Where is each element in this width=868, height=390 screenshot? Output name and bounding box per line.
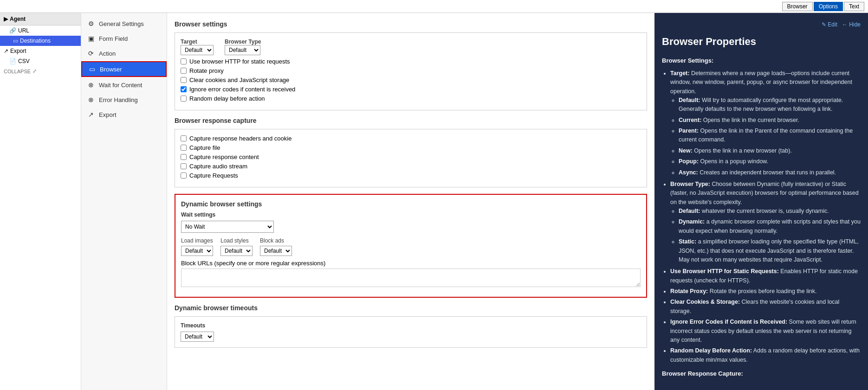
destinations-icon: ▭ (13, 38, 18, 44)
load-images-label: Load images (181, 237, 213, 244)
sidebar: ▶ Agent 🔗 URL ▭ Destinations ↗ Export 📄 … (0, 13, 81, 390)
url-icon: 🔗 (9, 27, 16, 34)
checkbox-row-random-delay: Random delay before action (181, 95, 641, 102)
collapse-label: COLLAPSE (4, 69, 31, 74)
checkbox-row-ignore-errors: Ignore error codes if content is receive… (181, 86, 641, 93)
nav-icon-export: ↗ (87, 111, 95, 118)
collapse-bar[interactable]: COLLAPSE ⤢ (0, 66, 81, 76)
help-sub-item: Parent: Opens the link in the Parent of … (679, 127, 861, 145)
nav-icon-form-field: ▣ (87, 35, 95, 42)
block-urls-label: Block URLs (specify one or more regular … (181, 260, 641, 267)
text-tab-button[interactable]: Text (844, 2, 864, 11)
target-label: Target (181, 38, 214, 45)
nav-label-error-handling: Error Handling (99, 96, 138, 103)
nav-label-wait-for-content: Wait for Content (99, 82, 142, 89)
export-label: Export (10, 48, 26, 54)
help-panel: ✎ Edit ← Hide Browser Properties Browser… (654, 13, 868, 390)
nav-item-browser[interactable]: ▭Browser (81, 61, 167, 77)
load-images-col: Load images Default Yes No (181, 237, 213, 256)
nav-item-export[interactable]: ↗Export (81, 108, 167, 121)
capture-label-capture-audio: Capture audio stream (189, 163, 247, 170)
checkbox-label-http: Use browser HTTP for static requests (189, 58, 290, 65)
nav-item-form-field[interactable]: ▣Form Field (81, 32, 167, 45)
checkbox-ignore-errors[interactable] (181, 86, 187, 92)
capture-checkbox-capture-content[interactable] (181, 154, 187, 160)
checkbox-label-cookies: Clear cookies and JavaScript storage (189, 77, 289, 83)
capture-checkboxes: Capture response headers and cookieCaptu… (181, 135, 641, 179)
help-top-bar: ✎ Edit ← Hide (662, 20, 861, 29)
help-sub-item: Default: whatever the current browser is… (679, 207, 861, 216)
csv-icon: 📄 (9, 58, 16, 64)
help-section-item: Random Delay Before Action: Adds a rando… (670, 346, 861, 364)
help-sub-item: New: Opens the link in a new browser (ta… (679, 147, 861, 155)
capture-checkbox-row-capture-file: Capture file (181, 144, 641, 151)
nav-icon-browser: ▭ (88, 65, 96, 73)
help-section-item: Rotate Proxy: Rotate the proxies before … (670, 287, 861, 296)
checkbox-label-random-delay: Random delay before action (189, 95, 265, 102)
sidebar-export-item[interactable]: ↗ Export (0, 46, 81, 56)
checkbox-cookies[interactable] (181, 77, 187, 83)
timeouts-label: Timeouts (181, 322, 641, 329)
capture-checkbox-capture-file[interactable] (181, 145, 187, 151)
capture-label-capture-file: Capture file (189, 144, 220, 151)
capture-checkbox-capture-audio[interactable] (181, 163, 187, 169)
dynamic-browser-settings-box: Dynamic browser settings Wait settings N… (175, 194, 647, 298)
checkbox-row-proxy: Rotate proxy (181, 67, 641, 74)
browser-type-group: Browser Type Default Dynamic Static (225, 38, 261, 55)
sidebar-destinations-item[interactable]: ▭ Destinations (0, 36, 81, 46)
sidebar-csv-item[interactable]: 📄 CSV (0, 56, 81, 66)
checkbox-row-cookies: Clear cookies and JavaScript storage (181, 77, 641, 83)
capture-label-capture-requests: Capture Requests (189, 172, 238, 179)
capture-checkbox-row-capture-audio: Capture audio stream (181, 163, 641, 170)
target-browsertype-row: Target Default Current Parent New Popup … (181, 38, 641, 55)
help-browser-response-capture-title: Browser Response Capture: (662, 369, 861, 378)
capture-checkbox-row-capture-headers: Capture response headers and cookie (181, 135, 641, 142)
target-select[interactable]: Default Current Parent New Popup Async (181, 45, 214, 55)
wait-settings-select[interactable]: No WaitWait for page loadWait for networ… (181, 221, 274, 233)
main-layout: ▶ Agent 🔗 URL ▭ Destinations ↗ Export 📄 … (0, 13, 868, 390)
help-sub-item: Dynamic: a dynamic browser complete with… (679, 217, 861, 236)
sidebar-url-item[interactable]: 🔗 URL (0, 26, 81, 36)
nav-icon-error-handling: ⊗ (87, 96, 95, 103)
browser-tab-button[interactable]: Browser (782, 2, 813, 11)
nav-item-general-settings[interactable]: ⚙General Settings (81, 17, 167, 31)
capture-checkbox-capture-headers[interactable] (181, 135, 187, 141)
dynamic-browser-timeouts-box: Timeouts Default Custom (175, 316, 647, 348)
nav-item-wait-for-content[interactable]: ⊗Wait for Content (81, 78, 167, 92)
load-styles-select[interactable]: Default Yes No (220, 246, 253, 256)
nav-icon-wait-for-content: ⊗ (87, 81, 95, 89)
checkbox-label-proxy: Rotate proxy (189, 67, 224, 74)
help-section-item: Browser Type: Choose between Dynamic (fu… (670, 180, 861, 264)
edit-link[interactable]: ✎ Edit (822, 20, 837, 29)
load-styles-col: Load styles Default Yes No (220, 237, 253, 256)
browser-type-label: Browser Type (225, 38, 261, 45)
timeouts-select[interactable]: Default Custom (181, 332, 214, 342)
hide-link[interactable]: ← Hide (842, 20, 861, 29)
checkbox-proxy[interactable] (181, 68, 187, 74)
nav-item-action[interactable]: ⟳Action (81, 46, 167, 60)
nav-label-browser: Browser (100, 66, 122, 73)
dynamic-browser-settings-title: Dynamic browser settings (181, 200, 641, 208)
export-icon: ↗ (4, 48, 8, 54)
help-browser-settings-title: Browser Settings: (662, 56, 861, 65)
load-images-select[interactable]: Default Yes No (181, 246, 213, 256)
nav-label-export: Export (99, 111, 117, 118)
block-ads-select[interactable]: Default Yes No (260, 246, 292, 256)
checkbox-http[interactable] (181, 58, 187, 64)
help-title: Browser Properties (662, 34, 861, 50)
block-ads-col: Block ads Default Yes No (260, 237, 292, 256)
nav-label-action: Action (99, 50, 116, 57)
load-block-group: Load images Default Yes No Load styles D… (181, 237, 641, 256)
block-urls-textarea[interactable] (181, 269, 641, 287)
url-label: URL (18, 27, 29, 34)
checkbox-random-delay[interactable] (181, 96, 187, 102)
nav-item-error-handling[interactable]: ⊗Error Handling (81, 93, 167, 107)
browser-type-select[interactable]: Default Dynamic Static (225, 45, 260, 55)
agent-label: Agent (10, 16, 26, 22)
load-styles-label: Load styles (220, 237, 253, 244)
content-area: Browser settings Target Default Current … (167, 13, 654, 390)
options-tab-button[interactable]: Options (814, 2, 843, 11)
block-ads-label: Block ads (260, 237, 292, 244)
capture-label-capture-headers: Capture response headers and cookie (189, 135, 291, 142)
capture-checkbox-capture-requests[interactable] (181, 173, 187, 179)
